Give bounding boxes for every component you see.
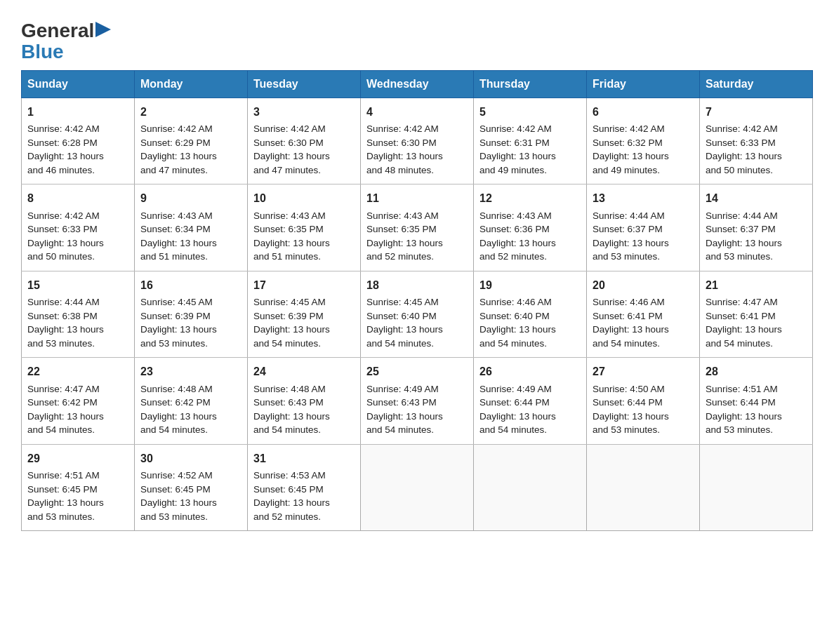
day-number: 26	[479, 363, 581, 380]
day-number: 20	[593, 277, 694, 293]
calendar-cell: 9Sunrise: 4:43 AMSunset: 6:34 PMDaylight…	[135, 185, 248, 271]
calendar-cell: 18Sunrise: 4:45 AMSunset: 6:40 PMDayligh…	[361, 271, 474, 357]
calendar-cell: 12Sunrise: 4:43 AMSunset: 6:36 PMDayligh…	[474, 185, 587, 271]
day-number: 10	[253, 190, 355, 206]
calendar-cell: 19Sunrise: 4:46 AMSunset: 6:40 PMDayligh…	[474, 271, 587, 357]
calendar-week-row: 8Sunrise: 4:42 AMSunset: 6:33 PMDaylight…	[22, 185, 813, 271]
day-number: 9	[140, 190, 241, 206]
calendar-week-row: 15Sunrise: 4:44 AMSunset: 6:38 PMDayligh…	[22, 271, 813, 357]
logo-general: General	[21, 21, 94, 41]
calendar-cell: 11Sunrise: 4:43 AMSunset: 6:35 PMDayligh…	[361, 185, 474, 271]
day-number: 21	[706, 277, 807, 293]
day-number: 31	[253, 450, 355, 467]
day-number: 1	[27, 104, 128, 120]
calendar-cell: 1Sunrise: 4:42 AMSunset: 6:28 PMDaylight…	[22, 98, 135, 185]
calendar-cell	[361, 444, 474, 530]
day-number: 14	[706, 190, 807, 206]
calendar-header-friday: Friday	[587, 71, 700, 98]
logo-blue: Blue	[21, 41, 64, 62]
calendar-cell: 7Sunrise: 4:42 AMSunset: 6:33 PMDaylight…	[700, 98, 813, 185]
calendar-table: SundayMondayTuesdayWednesdayThursdayFrid…	[21, 70, 813, 531]
calendar-cell: 23Sunrise: 4:48 AMSunset: 6:42 PMDayligh…	[135, 358, 248, 444]
day-number: 8	[27, 190, 128, 206]
calendar-cell: 15Sunrise: 4:44 AMSunset: 6:38 PMDayligh…	[22, 271, 135, 357]
day-number: 7	[706, 104, 807, 120]
calendar-cell: 31Sunrise: 4:53 AMSunset: 6:45 PMDayligh…	[248, 444, 361, 530]
calendar-cell: 21Sunrise: 4:47 AMSunset: 6:41 PMDayligh…	[700, 271, 813, 357]
day-number: 27	[593, 363, 694, 380]
calendar-week-row: 1Sunrise: 4:42 AMSunset: 6:28 PMDaylight…	[22, 98, 813, 185]
calendar-cell: 17Sunrise: 4:45 AMSunset: 6:39 PMDayligh…	[248, 271, 361, 357]
day-number: 4	[366, 104, 468, 120]
calendar-cell: 10Sunrise: 4:43 AMSunset: 6:35 PMDayligh…	[248, 185, 361, 271]
calendar-week-row: 29Sunrise: 4:51 AMSunset: 6:45 PMDayligh…	[22, 444, 813, 530]
calendar-header-monday: Monday	[135, 71, 248, 98]
calendar-cell: 16Sunrise: 4:45 AMSunset: 6:39 PMDayligh…	[135, 271, 248, 357]
calendar-cell: 22Sunrise: 4:47 AMSunset: 6:42 PMDayligh…	[22, 358, 135, 444]
calendar-cell: 29Sunrise: 4:51 AMSunset: 6:45 PMDayligh…	[22, 444, 135, 530]
day-number: 24	[253, 363, 355, 380]
calendar-header-thursday: Thursday	[474, 71, 587, 98]
day-number: 12	[479, 190, 581, 206]
calendar-cell: 30Sunrise: 4:52 AMSunset: 6:45 PMDayligh…	[135, 444, 248, 530]
day-number: 2	[140, 104, 241, 120]
calendar-cell	[700, 444, 813, 530]
day-number: 28	[706, 363, 807, 380]
calendar-cell: 3Sunrise: 4:42 AMSunset: 6:30 PMDaylight…	[248, 98, 361, 185]
calendar-header-wednesday: Wednesday	[361, 71, 474, 98]
calendar-header-tuesday: Tuesday	[248, 71, 361, 98]
day-number: 13	[593, 190, 694, 206]
calendar-cell: 6Sunrise: 4:42 AMSunset: 6:32 PMDaylight…	[587, 98, 700, 185]
calendar-cell: 5Sunrise: 4:42 AMSunset: 6:31 PMDaylight…	[474, 98, 587, 185]
calendar-cell: 13Sunrise: 4:44 AMSunset: 6:37 PMDayligh…	[587, 185, 700, 271]
calendar-cell: 20Sunrise: 4:46 AMSunset: 6:41 PMDayligh…	[587, 271, 700, 357]
calendar-cell: 25Sunrise: 4:49 AMSunset: 6:43 PMDayligh…	[361, 358, 474, 444]
calendar-cell	[587, 444, 700, 530]
day-number: 16	[140, 277, 241, 293]
calendar-header-sunday: Sunday	[22, 71, 135, 98]
calendar-cell: 28Sunrise: 4:51 AMSunset: 6:44 PMDayligh…	[700, 358, 813, 444]
calendar-cell: 27Sunrise: 4:50 AMSunset: 6:44 PMDayligh…	[587, 358, 700, 444]
calendar-cell	[474, 444, 587, 530]
calendar-cell: 26Sunrise: 4:49 AMSunset: 6:44 PMDayligh…	[474, 358, 587, 444]
day-number: 22	[27, 363, 128, 380]
day-number: 29	[27, 450, 128, 467]
day-number: 17	[253, 277, 355, 293]
day-number: 25	[366, 363, 468, 380]
calendar-header-row: SundayMondayTuesdayWednesdayThursdayFrid…	[22, 71, 813, 98]
calendar-cell: 24Sunrise: 4:48 AMSunset: 6:43 PMDayligh…	[248, 358, 361, 444]
calendar-cell: 2Sunrise: 4:42 AMSunset: 6:29 PMDaylight…	[135, 98, 248, 185]
day-number: 15	[27, 277, 128, 293]
calendar-week-row: 22Sunrise: 4:47 AMSunset: 6:42 PMDayligh…	[22, 358, 813, 444]
day-number: 3	[253, 104, 355, 120]
day-number: 23	[140, 363, 241, 380]
day-number: 6	[593, 104, 694, 120]
logo: General Blue	[21, 21, 111, 63]
calendar-cell: 8Sunrise: 4:42 AMSunset: 6:33 PMDaylight…	[22, 185, 135, 271]
day-number: 11	[366, 190, 468, 206]
page-header: General Blue	[21, 14, 813, 63]
calendar-cell: 4Sunrise: 4:42 AMSunset: 6:30 PMDaylight…	[361, 98, 474, 185]
svg-marker-0	[95, 22, 111, 37]
day-number: 30	[140, 450, 241, 467]
day-number: 18	[366, 277, 468, 293]
day-number: 19	[479, 277, 581, 293]
logo-arrow-icon	[95, 22, 111, 37]
day-number: 5	[479, 104, 581, 120]
calendar-cell: 14Sunrise: 4:44 AMSunset: 6:37 PMDayligh…	[700, 185, 813, 271]
calendar-header-saturday: Saturday	[700, 71, 813, 98]
